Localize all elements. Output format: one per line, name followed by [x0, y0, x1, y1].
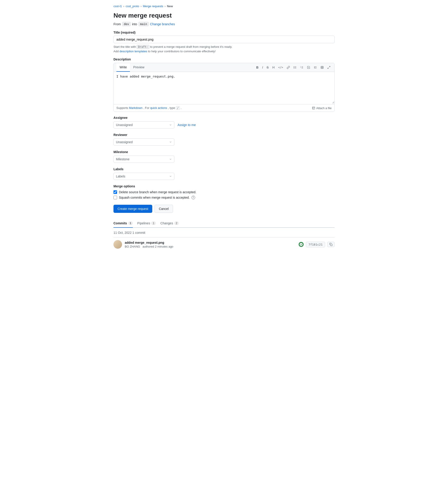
fullscreen-button[interactable] [326, 65, 332, 70]
commit-right: 7f181c21 [299, 242, 335, 247]
description-template-prefix: Add [113, 50, 119, 53]
merge-options-section: Merge options Delete source branch when … [113, 185, 335, 199]
attach-file-link[interactable]: Attach a file [312, 106, 332, 110]
link-icon [287, 66, 290, 69]
commits-date: 11 Oct, 2022 1 commit [113, 231, 335, 235]
editor-wrapper: Write Preview B I S H </> 12 [113, 63, 335, 112]
assignee-dropdown[interactable]: Unassigned [113, 121, 174, 128]
table-icon [320, 66, 324, 69]
breadcrumb: csst-l1 › csst_proto › Merge requests › … [113, 4, 335, 8]
breadcrumb-link-csst-proto[interactable]: csst_proto [126, 4, 139, 8]
bullet-list-icon [293, 66, 297, 69]
quick-actions-link[interactable]: quick actions [150, 106, 167, 110]
merge-options-label: Merge options [113, 185, 335, 188]
ordered-list-icon: 12 [300, 66, 304, 69]
from-label: From [113, 22, 121, 26]
svg-line-18 [329, 66, 330, 67]
squash-help-icon[interactable]: ? [192, 196, 195, 199]
description-template-link[interactable]: description templates [120, 50, 147, 53]
avatar [113, 240, 122, 249]
tab-commits[interactable]: Commits 1 [113, 219, 133, 228]
tab-changes[interactable]: Changes 2 [160, 219, 179, 228]
delete-source-branch-checkbox[interactable] [113, 190, 117, 194]
table-button[interactable] [320, 65, 325, 70]
title-form-group: Title (required) Start the title with Dr… [113, 31, 335, 53]
breadcrumb-link-csst-l1[interactable]: csst-l1 [113, 4, 122, 8]
action-buttons: Create merge request Cancel [113, 205, 335, 213]
tab-changes-label: Changes [160, 221, 173, 225]
preview-tab[interactable]: Preview [130, 63, 147, 72]
labels-label: Labels [113, 167, 335, 171]
bold-button[interactable]: B [255, 65, 260, 70]
svg-line-19 [328, 68, 329, 69]
bottom-tabs: Commits 1 Pipelines 1 Changes 2 [113, 219, 335, 228]
indent-icon [314, 66, 317, 69]
squash-commits-row: Squash commits when merge request is acc… [113, 196, 335, 199]
tab-pipelines-badge: 1 [151, 221, 156, 225]
milestone-dropdown[interactable]: Milestone [113, 156, 174, 163]
page-title: New merge request [113, 12, 335, 19]
strikethrough-button[interactable]: S [266, 65, 270, 70]
description-label: Description [113, 58, 335, 61]
breadcrumb-link-merge-requests[interactable]: Merge requests [143, 4, 163, 8]
branch-from-badge: dev [122, 22, 131, 26]
avatar-image [113, 240, 122, 249]
checklist-button[interactable] [306, 65, 311, 70]
change-branches-link[interactable]: Change branches [150, 22, 175, 26]
title-input[interactable] [113, 36, 335, 43]
delete-source-branch-row: Delete source branch when merge request … [113, 190, 335, 194]
reviewer-label: Reviewer [113, 133, 335, 137]
svg-point-5 [294, 68, 294, 68]
breadcrumb-current: New [167, 4, 173, 8]
cancel-button[interactable]: Cancel [155, 205, 173, 213]
check-circle-icon [299, 242, 303, 247]
svg-point-3 [294, 66, 294, 67]
draft-hint: Start the title with Draft: to prevent a… [113, 45, 335, 53]
checklist-icon [307, 66, 310, 69]
commit-left: added merge_request.png BO ZHANG authore… [113, 240, 173, 249]
squash-commits-checkbox[interactable] [113, 196, 117, 199]
tab-pipelines[interactable]: Pipelines 1 [137, 219, 156, 228]
assignee-label: Assignee [113, 116, 335, 120]
markdown-hint: Supports Markdown . For quick actions , … [116, 106, 181, 110]
italic-button[interactable]: I [261, 65, 264, 70]
attach-file-icon [312, 106, 315, 110]
commit-authored-label: authored 2 minutes ago [143, 245, 174, 248]
branch-into-badge: main [139, 22, 149, 26]
write-tab[interactable]: Write [116, 63, 130, 72]
labels-section: Labels Labels [113, 167, 335, 180]
milestone-section: Milestone Milestone [113, 150, 335, 163]
assign-me-link[interactable]: Assign to me [177, 123, 196, 127]
svg-text:2: 2 [301, 67, 301, 68]
editor-toolbar: B I S H </> 12 [255, 65, 332, 70]
markdown-link[interactable]: Markdown [129, 106, 143, 110]
assignee-row: Unassigned Assign to me [113, 121, 335, 128]
tab-pipelines-label: Pipelines [137, 221, 150, 225]
link-button[interactable] [286, 65, 291, 70]
indent-button[interactable] [313, 65, 318, 70]
editor-tab-bar: Write Preview B I S H </> 12 [114, 63, 334, 72]
branch-info: From dev into main Change branches [113, 22, 335, 26]
milestone-label: Milestone [113, 150, 335, 154]
tab-commits-badge: 1 [128, 221, 133, 225]
into-label: into [132, 22, 137, 26]
draft-hint-prefix: Start the title with [113, 45, 136, 48]
heading-button[interactable]: H [271, 65, 276, 70]
labels-dropdown[interactable]: Labels [113, 173, 174, 180]
code-button[interactable]: </> [277, 65, 284, 70]
commit-info: added merge_request.png BO ZHANG authore… [125, 241, 173, 248]
ordered-list-button[interactable]: 12 [299, 65, 304, 70]
delete-source-branch-label: Delete source branch when merge request … [119, 190, 196, 194]
commits-content: 11 Oct, 2022 1 commit added merge_reques… [113, 231, 335, 251]
reviewer-dropdown[interactable]: Unassigned [113, 139, 174, 146]
squash-commits-label: Squash commits when merge request is acc… [119, 196, 190, 199]
create-merge-request-button[interactable]: Create merge request [113, 205, 152, 213]
commit-hash: 7f181c21 [306, 242, 325, 247]
copy-hash-button[interactable] [327, 242, 335, 247]
commit-author: BO ZHANG authored 2 minutes ago [125, 245, 173, 248]
description-section: Description Write Preview B I S H </> 12 [113, 58, 335, 112]
description-input[interactable]: I have added merge_request.png. [114, 72, 334, 104]
bullet-list-button[interactable] [292, 65, 298, 70]
commit-author-name: BO ZHANG [125, 245, 140, 248]
commit-status-icon [299, 242, 304, 247]
